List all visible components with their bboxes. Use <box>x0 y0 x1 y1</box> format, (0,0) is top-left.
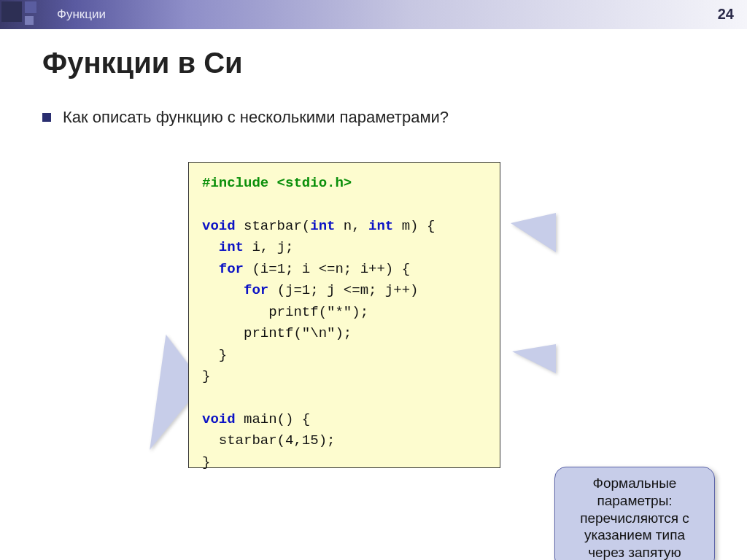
code-token: for <box>219 261 244 277</box>
code-token: #include <box>202 175 268 191</box>
code-token: main() { <box>236 411 311 427</box>
code-token: int <box>368 218 393 234</box>
code-token: starbar(4,15); <box>202 432 335 448</box>
code-token: int <box>310 218 335 234</box>
bullet-icon <box>42 113 51 122</box>
code-token: (j=1; j <=m; j++) <box>268 282 418 298</box>
code-listing: #include <stdio.h> void starbar(int n, i… <box>189 163 500 483</box>
callout-tail <box>511 213 556 252</box>
code-token: } <box>202 347 227 363</box>
bullet-text: Как описать функцию с несколькими параме… <box>63 108 449 127</box>
code-token <box>202 239 219 255</box>
topbar-gradient <box>0 0 747 29</box>
code-token: for <box>244 282 268 298</box>
code-token: } <box>202 454 210 470</box>
code-token: m) { <box>393 218 435 234</box>
code-token <box>202 261 219 277</box>
topbar: Функции 24 <box>0 0 747 29</box>
code-token: printf("*"); <box>202 304 368 320</box>
callout-tail <box>512 344 556 373</box>
ornament-square-icon <box>25 16 34 25</box>
code-box: #include <stdio.h> void starbar(int n, i… <box>188 162 500 468</box>
code-token: (i=1; i <=n; i++) { <box>244 261 410 277</box>
code-token: <stdio.h> <box>268 175 352 191</box>
page-number: 24 <box>718 6 734 23</box>
ornament-square-icon <box>25 1 36 13</box>
callout-formal-params: Формальные параметры: перечисляются с ук… <box>554 467 715 560</box>
code-token: void <box>202 218 236 234</box>
code-token <box>202 282 244 298</box>
breadcrumb: Функции <box>57 7 106 22</box>
slide: Функции 24 Функции в Си Как описать функ… <box>0 0 747 560</box>
bullet-item: Как описать функцию с несколькими параме… <box>42 108 449 127</box>
code-token: } <box>202 368 210 384</box>
corner-ornament <box>1 1 47 29</box>
code-token: starbar( <box>236 218 311 234</box>
code-token: printf("\n"); <box>202 325 352 341</box>
code-token: int <box>219 239 244 255</box>
code-token: n, <box>335 218 368 234</box>
ornament-square-icon <box>1 1 22 22</box>
code-token: void <box>202 411 236 427</box>
code-token: i, j; <box>244 239 293 255</box>
page-title: Функции в Си <box>42 47 243 79</box>
